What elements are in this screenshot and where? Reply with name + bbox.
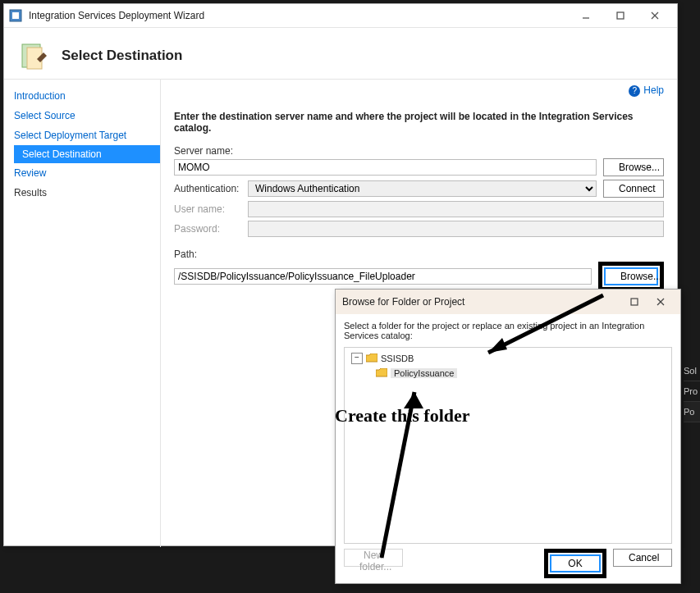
- dialog-title: Browse for Folder or Project: [342, 296, 621, 308]
- user-row: User name:: [174, 201, 664, 217]
- banner: Select Destination: [4, 28, 677, 80]
- cancel-button[interactable]: Cancel: [613, 549, 672, 567]
- side-sol[interactable]: Sol: [684, 361, 700, 381]
- vs-sidebar: Sol Pro Po: [681, 361, 700, 422]
- tree-root-row[interactable]: − SSISDB: [348, 351, 668, 366]
- nav-select-target[interactable]: Select Deployment Target: [4, 125, 160, 145]
- nav-introduction[interactable]: Introduction: [4, 86, 160, 106]
- ok-highlight: OK: [544, 549, 606, 578]
- server-row: Browse...: [174, 158, 664, 176]
- page-title: Select Destination: [62, 48, 182, 64]
- path-label: Path:: [174, 249, 241, 260]
- server-label: Server name:: [174, 145, 241, 157]
- help-icon: ?: [629, 85, 640, 97]
- folder-tree[interactable]: − SSISDB PolicyIssuance: [344, 347, 672, 544]
- pwd-input: [248, 221, 664, 237]
- connect-button[interactable]: Connect: [603, 180, 664, 198]
- dialog-buttons: New folder... OK Cancel: [336, 549, 680, 586]
- side-po[interactable]: Po: [684, 402, 700, 422]
- folder-open-icon: [366, 354, 377, 363]
- nav-results: Results: [4, 183, 160, 203]
- tree-root-label: SSISDB: [381, 354, 414, 363]
- nav-select-source[interactable]: Select Source: [4, 106, 160, 125]
- svg-rect-1: [12, 12, 19, 19]
- wizard-icon: [9, 9, 22, 22]
- auth-row: Authentication: Windows Authentication C…: [174, 180, 664, 198]
- tree-collapse-icon[interactable]: −: [351, 353, 363, 364]
- side-pro[interactable]: Pro: [684, 381, 700, 402]
- instruction-text: Enter the destination server name and wh…: [174, 111, 664, 134]
- dialog-titlebar: Browse for Folder or Project: [336, 290, 680, 314]
- close-button[interactable]: [638, 7, 672, 24]
- titlebar: Integration Services Deployment Wizard: [4, 4, 677, 28]
- dialog-maximize-button[interactable]: [621, 294, 647, 310]
- minimize-button[interactable]: [569, 7, 603, 24]
- maximize-button[interactable]: [603, 7, 638, 24]
- help-link[interactable]: ?Help: [629, 84, 664, 97]
- auth-select[interactable]: Windows Authentication: [248, 180, 597, 197]
- pwd-row: Password:: [174, 221, 664, 237]
- user-input: [248, 201, 664, 217]
- tree-child-label: PolicyIssuance: [391, 368, 457, 378]
- help-label: Help: [643, 84, 664, 96]
- dialog-close-button[interactable]: [647, 294, 674, 310]
- pwd-label: Password:: [174, 223, 241, 235]
- tree-child-row[interactable]: PolicyIssuance: [348, 366, 668, 381]
- ok-button[interactable]: OK: [550, 554, 601, 572]
- dialog-instruction: Select a folder for the project or repla…: [336, 314, 680, 345]
- window-title: Integration Services Deployment Wizard: [29, 10, 569, 21]
- folder-icon: [376, 368, 387, 378]
- auth-label: Authentication:: [174, 183, 241, 194]
- path-input[interactable]: [174, 268, 592, 285]
- browse-dialog: Browse for Folder or Project Select a fo…: [335, 289, 681, 584]
- svg-rect-3: [617, 12, 624, 19]
- user-label: User name:: [174, 203, 241, 215]
- server-input[interactable]: [174, 159, 597, 176]
- nav-sidebar: Introduction Select Source Select Deploy…: [4, 80, 161, 547]
- nav-review[interactable]: Review: [4, 163, 160, 183]
- svg-rect-9: [631, 299, 638, 305]
- new-folder-button[interactable]: New folder...: [344, 549, 403, 567]
- banner-icon: [17, 39, 50, 72]
- path-browse-highlight: Browse...: [598, 262, 664, 291]
- nav-select-destination[interactable]: Select Destination: [14, 145, 160, 163]
- path-browse-button[interactable]: Browse...: [604, 267, 658, 285]
- server-browse-button[interactable]: Browse...: [603, 158, 664, 176]
- path-row: Browse...: [174, 262, 664, 291]
